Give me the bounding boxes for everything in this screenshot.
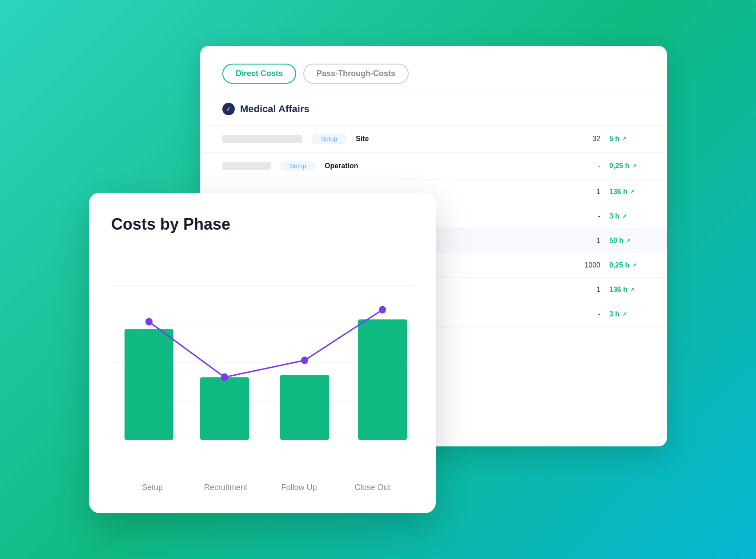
row-num: 32 [574,135,600,143]
section-title: Medical Affairs [240,103,310,115]
trend-line [149,310,382,377]
section-check-icon: ✓ [222,103,235,115]
row-hours: 0,25 h ↗ [609,162,645,170]
row-bar [222,162,271,170]
row-badge: Setup [311,134,347,144]
row-num: 1 [574,237,600,245]
row-label: Site [356,135,565,143]
row-badge: Setup [280,161,316,171]
dot-followup [301,356,308,364]
bar-setup [125,329,173,440]
row-hours: 3 h ↗ [609,310,645,318]
tab-bar: Direct Costs Pass-Through-Costs [200,46,667,93]
row-num: - [574,162,600,170]
row-num: 1000 [574,261,600,269]
row-hours: 0,25 h ↗ [609,261,645,269]
external-link-icon[interactable]: ↗ [632,262,636,268]
chart-svg [111,247,414,478]
external-link-icon[interactable]: ↗ [622,136,627,142]
x-label-followup: Follow Up [262,483,336,492]
tab-pass-through[interactable]: Pass-Through-Costs [303,64,409,84]
row-hours: 3 h ↗ [609,212,645,220]
row-num: 1 [574,286,600,294]
chart-panel: Costs by Phase [89,193,436,513]
dot-closeout [379,306,386,313]
tab-buttons: Direct Costs Pass-Through-Costs [222,64,645,84]
row-bar [222,135,302,143]
external-link-icon[interactable]: ↗ [622,213,627,219]
x-label-setup: Setup [116,483,189,492]
chart-title: Costs by Phase [111,215,414,234]
external-link-icon[interactable]: ↗ [630,189,635,195]
row-num: - [574,212,600,220]
main-container: Direct Costs Pass-Through-Costs ✓ Medica… [89,46,667,513]
row-hours: 136 h ↗ [609,188,645,196]
dot-recruitment [221,373,228,381]
row-label: Operation [325,162,565,170]
row-hours: 5 h ↗ [609,135,645,143]
bar-recruitment [200,377,249,440]
row-hours: 50 h ↗ [609,237,645,245]
x-axis-labels: Setup Recruitment Follow Up Close Out [111,483,414,492]
row-num: - [574,310,600,318]
chart-area [111,247,414,478]
external-link-icon[interactable]: ↗ [622,311,627,317]
external-link-icon[interactable]: ↗ [626,238,631,244]
external-link-icon[interactable]: ↗ [630,287,635,293]
row-num: 1 [574,188,600,196]
external-link-icon[interactable]: ↗ [632,163,636,169]
section-header: ✓ Medical Affairs [200,93,667,126]
tab-direct-costs[interactable]: Direct Costs [222,64,296,84]
bar-followup [280,375,329,440]
table-row: Setup Site 32 5 h ↗ [200,126,667,153]
row-hours: 136 h ↗ [609,286,645,294]
bar-closeout [358,320,407,440]
x-label-closeout: Close Out [336,483,409,492]
table-row: Setup Operation - 0,25 h ↗ [200,153,667,180]
x-label-recruitment: Recruitment [189,483,262,492]
dot-setup [145,318,153,325]
